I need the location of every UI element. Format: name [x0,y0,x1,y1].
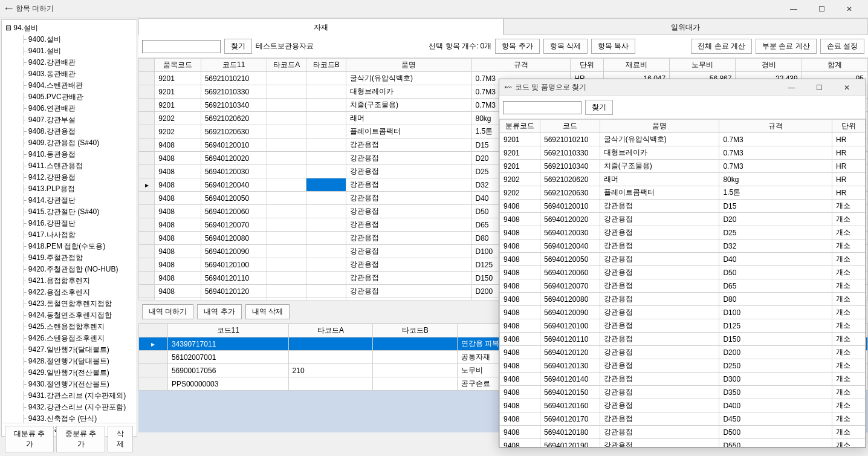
minimize-button[interactable]: — [780,0,808,18]
tree-item[interactable]: 9425.스텐용접합후렌지 [4,321,134,333]
tree-item[interactable]: 9432.강관스리브 (지수판포함) [4,402,134,413]
add-detail-button[interactable]: 내역 더하기 [142,304,193,319]
tree-item[interactable]: 9419.주철관접합 [4,252,134,264]
table-row[interactable]: 940856940120170강관용접D450개소 [500,412,866,426]
tree-item[interactable]: 9414.강관절단 [4,195,134,206]
column-header[interactable]: 코드11 [201,59,267,72]
tree-item[interactable]: 9421.용접합후렌지 [4,275,134,287]
table-row[interactable]: 940856940120110강관용접D150개소 [500,333,866,346]
tree-item[interactable]: 9400.설비 [4,34,134,45]
table-row[interactable]: 920156921010330대형브레이카0.7M3HR [500,146,866,160]
add-major-button[interactable]: 대분류 추가 [5,426,54,452]
tree-item[interactable]: 9406.연관배관 [4,103,134,114]
table-row[interactable]: 920156921010210굴삭기(유압식백호)0.7M3HR [500,133,866,146]
table-row[interactable]: 920156921010340치즐(구조물용)0.7M3HR [500,160,866,173]
tree-item[interactable]: 9431.강관스리브 (지수판제외) [4,390,134,402]
tree-item[interactable]: 9418.PEM 접합(수도용) [4,241,134,252]
popup-maximize-button[interactable]: ☐ [805,79,833,97]
column-header[interactable]: 규격 [471,59,571,72]
table-row[interactable]: 940856940120010강관용접D15개소 [500,200,866,213]
tab-material[interactable]: 자재 [138,18,504,35]
category-tree[interactable]: 94.설비9400.설비9401.설비9402.강관배관9403.동관배관940… [2,20,137,436]
delete-detail-button[interactable]: 내역 삭제 [245,304,290,319]
add-item-button[interactable]: 항목 추가 [495,39,539,54]
tree-item[interactable]: 9404.스텐관배관 [4,80,134,91]
tree-item[interactable]: 9403.동관배관 [4,68,134,80]
config-button[interactable]: 손료 설정 [820,39,864,54]
tree-item[interactable]: 9415.강관절단 (S#40) [4,206,134,218]
column-header[interactable]: 단위 [832,120,866,133]
table-row[interactable]: 920256921020630플레이트콤팩터1.5톤HR [500,186,866,200]
column-header[interactable]: 재료비 [603,59,669,72]
table-row[interactable]: 940856940120140강관용접D300개소 [500,373,866,386]
tree-item[interactable]: 9413.PLP용접 [4,183,134,195]
tree-item[interactable]: 9422.용접조후렌지 [4,287,134,298]
calc-all-button[interactable]: 전체 손료 계산 [691,39,752,54]
column-header[interactable]: 타코드A [267,59,306,72]
tree-item[interactable]: 9424.동철연조후렌지접합 [4,310,134,321]
tree-item[interactable]: 9416.강판절단 [4,218,134,229]
table-row[interactable]: 920256921020620래머80kgHR [500,173,866,186]
delete-item-button[interactable]: 항목 삭제 [543,39,588,54]
tree-item[interactable]: 9407.강관부설 [4,114,134,126]
tree-item[interactable]: 9423.동철연합후렌지접합 [4,298,134,310]
tree-item[interactable]: 9417.나사접합 [4,229,134,241]
column-header[interactable]: 합계 [802,59,867,72]
popup-find-button[interactable]: 찾기 [585,100,613,115]
table-row[interactable]: 940856940120080강관용접D80개소 [500,293,866,306]
table-row[interactable]: 940856940120060강관용접D50개소 [500,266,866,279]
maximize-button[interactable]: ☐ [808,0,835,18]
copy-item-button[interactable]: 항목 복사 [591,39,635,54]
tree-item[interactable]: 9428.절연행가(달대볼트) [4,356,134,367]
tree-item[interactable]: 9412.강판용접 [4,172,134,183]
table-row[interactable]: 940856940120160강관용접D400개소 [500,399,866,412]
table-row[interactable]: 940856940120020강관용접D20개소 [500,213,866,226]
table-row[interactable]: 940856940120090강관용접D100개소 [500,306,866,319]
column-header[interactable]: 노무비 [670,59,736,72]
tree-item[interactable]: 9430.절연행가(전산볼트) [4,379,134,390]
column-header[interactable]: 코드 [540,120,600,133]
tab-unitprice[interactable]: 일위대가 [504,18,869,35]
tree-item[interactable]: 9411.스텐관용접 [4,160,134,172]
table-row[interactable]: 940856940120030강관용접D25개소 [500,226,866,239]
column-header[interactable]: 코드11 [167,324,288,337]
tree-root[interactable]: 94.설비 [4,22,134,34]
delete-category-button[interactable]: 삭제 [108,426,133,452]
table-row[interactable]: 940856940120190강관용접D550개소 [500,439,866,448]
table-row[interactable]: 940856940120120강관용접D200개소 [500,346,866,359]
popup-close-button[interactable]: ✕ [833,79,861,97]
close-button[interactable]: ✕ [835,0,863,18]
tree-item[interactable]: 9405.PVC관배관 [4,91,134,103]
column-header[interactable]: 분류코드 [500,120,540,133]
table-row[interactable]: 940856940120150강관용접D350개소 [500,386,866,399]
popup-search-input[interactable] [503,101,581,114]
calc-part-button[interactable]: 부분 손료 계산 [756,39,817,54]
tree-item[interactable]: 9429.일반행가(전산볼트) [4,367,134,379]
tree-item[interactable]: 9401.설비 [4,45,134,57]
tree-item[interactable]: 9402.강관배관 [4,57,134,68]
tree-item[interactable]: 9408.강관용접 [4,126,134,137]
tree-item[interactable]: 9420.주철관접합 (NO-HUB) [4,264,134,275]
table-row[interactable]: 940856940120100강관용접D125개소 [500,319,866,333]
column-header[interactable]: 경비 [736,59,802,72]
tree-item[interactable]: 9426.스텐용접조후렌지 [4,333,134,344]
find-button[interactable]: 찾기 [224,39,252,54]
column-header[interactable]: 품명 [346,59,471,72]
tree-item[interactable]: 9410.동관용접 [4,149,134,160]
search-input[interactable] [142,40,221,53]
column-header[interactable]: 타코드A [288,324,373,337]
column-header[interactable]: 규격 [719,120,832,133]
column-header[interactable]: 품목코드 [155,59,201,72]
column-header[interactable]: 단위 [571,59,604,72]
column-header[interactable]: 품명 [600,120,719,133]
table-row[interactable]: 940856940120130강관용접D250개소 [500,359,866,373]
tree-item[interactable]: 9427.일반행가(달대볼트) [4,344,134,356]
popup-grid[interactable]: 분류코드코드품명규격단위920156921010210굴삭기(유압식백호)0.7… [499,119,866,447]
table-row[interactable]: 940856940120070강관용접D65개소 [500,279,866,293]
add-detail-row-button[interactable]: 내역 추가 [197,304,241,319]
add-mid-button[interactable]: 중분류 추가 [56,426,105,452]
table-row[interactable]: 940856940120050강관용접D40개소 [500,253,866,266]
table-row[interactable]: 940856940120040강관용접D32개소 [500,239,866,253]
column-header[interactable]: 타코드B [306,59,346,72]
tree-item[interactable]: 9409.강관용접 (S#40) [4,137,134,149]
